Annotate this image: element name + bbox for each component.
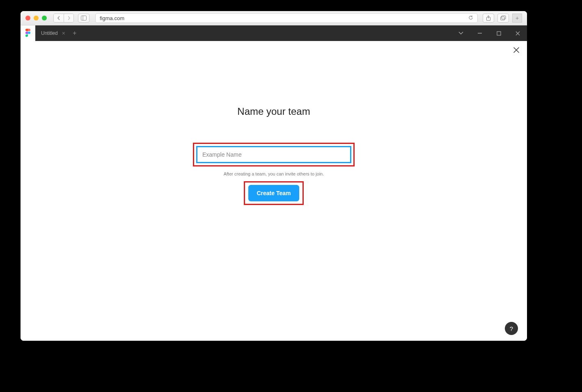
hint-text: After creating a team, you can invite ot… (224, 171, 324, 176)
help-button[interactable]: ? (505, 322, 518, 335)
figma-tab-title: Untitled (41, 30, 58, 36)
url-bar[interactable]: figma.com (95, 13, 478, 23)
close-window-button[interactable] (25, 16, 30, 21)
share-button[interactable] (483, 14, 494, 23)
mac-titlebar: figma.com + (21, 11, 527, 25)
svg-rect-7 (497, 32, 501, 35)
input-highlight (193, 143, 355, 166)
figma-new-tab-button[interactable]: + (73, 30, 76, 37)
maximize-window-button[interactable] (42, 16, 47, 21)
button-highlight: Create Team (244, 181, 303, 205)
forward-button[interactable] (64, 14, 73, 22)
dialog-heading: Name your team (237, 106, 310, 117)
create-team-button[interactable]: Create Team (248, 185, 299, 201)
url-text: figma.com (100, 15, 124, 21)
help-icon: ? (510, 325, 513, 332)
figma-app-bar: Untitled × + (21, 25, 527, 41)
sidebar-toggle-button[interactable] (78, 14, 89, 23)
minimize-window-button[interactable] (34, 16, 39, 21)
window-controls (25, 16, 47, 21)
toolbar-right: + (483, 14, 522, 23)
close-tab-icon[interactable]: × (62, 30, 65, 36)
svg-rect-3 (501, 17, 505, 20)
figma-tab[interactable]: Untitled × (35, 25, 69, 41)
app-close-button[interactable] (508, 25, 527, 41)
refresh-icon[interactable] (468, 15, 473, 21)
svg-rect-4 (502, 16, 506, 19)
chevron-down-icon[interactable] (451, 25, 470, 41)
figma-home-button[interactable] (21, 25, 35, 41)
app-maximize-button[interactable] (489, 25, 508, 41)
tabs-button[interactable] (497, 14, 509, 23)
svg-rect-0 (81, 16, 87, 21)
figma-logo-icon (25, 29, 31, 38)
app-minimize-button[interactable] (470, 25, 489, 41)
content-area: Name your team After creating a team, yo… (21, 41, 527, 341)
team-name-input[interactable] (197, 146, 351, 163)
new-tab-button[interactable]: + (512, 14, 522, 23)
figma-window-controls (451, 25, 527, 41)
svg-point-5 (28, 32, 30, 34)
browser-window: figma.com + (21, 11, 527, 341)
nav-buttons (53, 14, 74, 23)
back-button[interactable] (54, 14, 64, 22)
close-dialog-button[interactable] (513, 47, 520, 53)
create-team-form: Name your team After creating a team, yo… (21, 41, 527, 205)
